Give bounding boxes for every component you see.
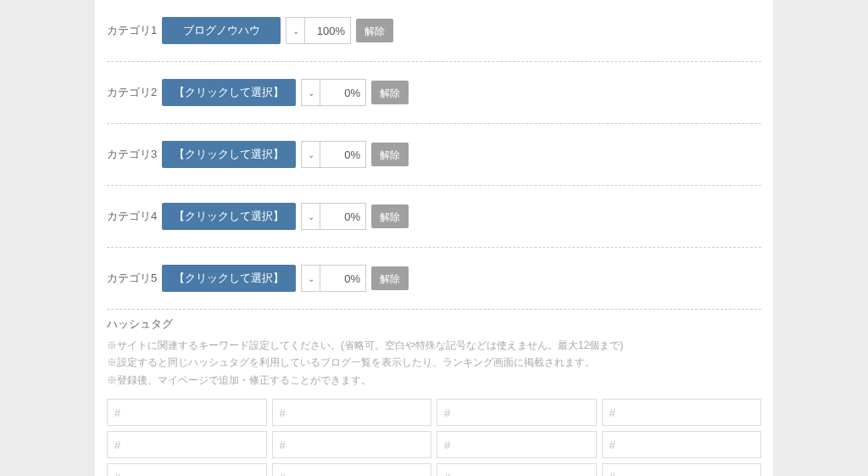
hashtag-note-1: ※サイトに関連するキーワード設定してください。(省略可。空白や特殊な記号などは使… xyxy=(107,337,761,354)
chevron-down-icon[interactable]: ⌄ xyxy=(286,17,304,44)
hashtag-title: ハッシュタグ xyxy=(107,316,761,332)
percent-group: ⌄ xyxy=(301,141,366,168)
percent-group: ⌄ xyxy=(301,203,366,230)
percent-input[interactable] xyxy=(304,17,351,44)
percent-group: ⌄ xyxy=(301,265,366,292)
hashtag-input-9[interactable] xyxy=(107,463,267,476)
percent-group: ⌄ xyxy=(286,17,351,44)
hashtag-input-8[interactable] xyxy=(602,431,762,458)
chevron-down-icon[interactable]: ⌄ xyxy=(301,203,320,230)
form-container: カテゴリ1 ブログノウハウ ⌄ 解除 カテゴリ2 【クリックして選択】 ⌄ 解除… xyxy=(95,0,773,476)
chevron-down-icon[interactable]: ⌄ xyxy=(301,141,320,168)
category-select-button[interactable]: 【クリックして選択】 xyxy=(162,203,296,230)
chevron-down-icon[interactable]: ⌄ xyxy=(301,79,320,106)
category-row-1: カテゴリ1 ブログノウハウ ⌄ 解除 xyxy=(107,0,761,62)
release-button[interactable]: 解除 xyxy=(371,266,409,290)
category-label: カテゴリ1 xyxy=(107,23,162,38)
category-select-button[interactable]: ブログノウハウ xyxy=(162,17,281,44)
hashtag-grid xyxy=(107,399,761,476)
percent-input[interactable] xyxy=(320,265,366,292)
category-row-3: カテゴリ3 【クリックして選択】 ⌄ 解除 xyxy=(107,124,761,186)
hashtag-input-3[interactable] xyxy=(437,399,597,426)
hashtag-note-2: ※設定すると同じハッシュタグを利用しているブログ一覧を表示したり、ランキング画面… xyxy=(107,354,761,371)
category-row-5: カテゴリ5 【クリックして選択】 ⌄ 解除 xyxy=(107,248,761,310)
hashtag-input-6[interactable] xyxy=(272,431,432,458)
hashtag-input-12[interactable] xyxy=(602,463,762,476)
category-label: カテゴリ5 xyxy=(107,271,162,286)
category-label: カテゴリ2 xyxy=(107,85,162,100)
category-row-2: カテゴリ2 【クリックして選択】 ⌄ 解除 xyxy=(107,62,761,124)
hashtag-input-10[interactable] xyxy=(272,463,432,476)
hashtag-input-1[interactable] xyxy=(107,399,267,426)
category-row-4: カテゴリ4 【クリックして選択】 ⌄ 解除 xyxy=(107,186,761,248)
release-button[interactable]: 解除 xyxy=(371,81,409,104)
release-button[interactable]: 解除 xyxy=(356,19,393,42)
hashtag-note-3: ※登録後、マイページで追加・修正することができます。 xyxy=(107,372,761,389)
hashtag-input-7[interactable] xyxy=(437,431,597,458)
hashtag-input-2[interactable] xyxy=(272,399,432,426)
category-label: カテゴリ3 xyxy=(107,147,162,162)
category-select-button[interactable]: 【クリックして選択】 xyxy=(162,79,296,106)
category-label: カテゴリ4 xyxy=(107,209,162,224)
category-select-button[interactable]: 【クリックして選択】 xyxy=(162,265,296,292)
hashtag-input-11[interactable] xyxy=(437,463,597,476)
hashtag-input-5[interactable] xyxy=(107,431,267,458)
chevron-down-icon[interactable]: ⌄ xyxy=(301,265,320,292)
category-select-button[interactable]: 【クリックして選択】 xyxy=(162,141,296,168)
percent-input[interactable] xyxy=(320,203,366,230)
percent-input[interactable] xyxy=(320,79,366,106)
percent-group: ⌄ xyxy=(301,79,366,106)
percent-input[interactable] xyxy=(320,141,366,168)
hashtag-input-4[interactable] xyxy=(602,399,762,426)
release-button[interactable]: 解除 xyxy=(371,204,409,228)
release-button[interactable]: 解除 xyxy=(371,143,409,166)
hashtag-section: ハッシュタグ ※サイトに関連するキーワード設定してください。(省略可。空白や特殊… xyxy=(107,316,761,476)
